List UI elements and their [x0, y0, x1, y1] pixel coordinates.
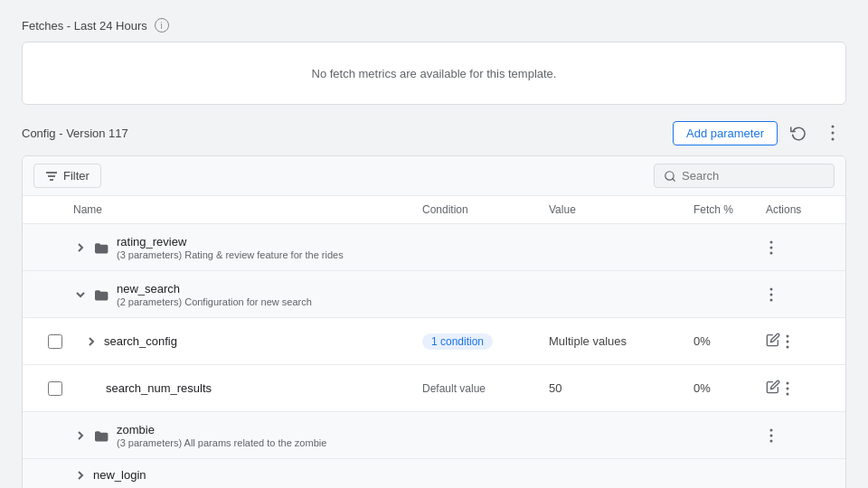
th-condition: Condition	[419, 202, 545, 218]
row-name-inner: new_search (2 parameters) Configuration …	[117, 282, 312, 307]
row-name-inner: search_num_results	[106, 381, 212, 395]
add-parameter-button[interactable]: Add parameter	[673, 121, 778, 145]
table-row: rating_review (3 parameters) Rating & re…	[23, 224, 845, 271]
filter-label: Filter	[63, 169, 90, 183]
row-name-cell: zombie (3 parameters) All params related…	[70, 416, 419, 455]
more-vert-icon	[769, 287, 773, 302]
table-column-headers: Name Condition Value Fetch % Actions	[23, 196, 845, 224]
row-actions-cell	[762, 278, 835, 311]
chevron-right-button[interactable]	[84, 334, 99, 349]
edit-icon[interactable]	[766, 333, 780, 351]
row-name-cell: new_login	[70, 461, 419, 489]
chevron-right-button[interactable]	[73, 240, 88, 255]
fetch-pct-value: 0%	[693, 381, 711, 395]
chevron-right-icon	[75, 242, 86, 253]
chevron-down-button[interactable]	[73, 287, 88, 302]
svg-point-14	[787, 334, 789, 337]
table-toolbar: Filter	[23, 156, 845, 196]
more-vert-icon	[769, 240, 773, 255]
search-input[interactable]	[682, 169, 825, 183]
table-row: search_config 1 condition Multiple value…	[23, 318, 845, 365]
row-name-inner: new_login	[93, 468, 146, 482]
row-condition-cell	[419, 428, 545, 443]
row-checkbox[interactable]	[48, 381, 62, 396]
svg-point-20	[770, 428, 773, 431]
chevron-right-button[interactable]	[73, 468, 88, 483]
row-actions-cell	[762, 419, 835, 452]
row-more-button[interactable]	[766, 239, 777, 257]
table-row: zombie (3 parameters) All params related…	[23, 412, 845, 459]
param-value: 50	[549, 381, 561, 395]
edit-icon[interactable]	[766, 380, 780, 398]
row-more-button[interactable]	[782, 333, 793, 351]
row-value-cell: 50	[545, 374, 690, 402]
row-value-cell	[545, 468, 690, 483]
filter-icon	[45, 171, 58, 182]
param-group-name: zombie	[117, 423, 326, 436]
svg-point-11	[770, 287, 773, 290]
th-fetch-pct: Fetch %	[690, 202, 762, 218]
chevron-right-button[interactable]	[73, 428, 88, 443]
param-group-name: new_search	[117, 282, 312, 296]
th-actions: Actions	[762, 202, 835, 218]
row-fetch-cell	[690, 287, 762, 302]
table-row: new_search (2 parameters) Configuration …	[23, 271, 845, 318]
fetches-header: Fetches - Last 24 Hours i	[22, 18, 846, 33]
row-fetch-cell: 0%	[690, 374, 762, 402]
param-group-name: rating_review	[117, 235, 344, 249]
row-fetch-cell	[690, 468, 762, 483]
svg-point-13	[770, 298, 773, 301]
chevron-right-icon	[75, 430, 86, 441]
svg-point-17	[787, 381, 789, 384]
svg-point-10	[770, 251, 773, 254]
search-icon	[664, 170, 676, 183]
filter-button[interactable]: Filter	[33, 164, 101, 188]
row-checkbox-cell[interactable]	[44, 374, 80, 403]
table-row: search_num_results Default value 50 0%	[23, 365, 845, 412]
row-value-cell	[545, 287, 690, 302]
svg-point-21	[770, 434, 773, 436]
fetches-info-icon[interactable]: i	[155, 18, 169, 33]
row-condition-cell	[419, 468, 545, 483]
row-more-button[interactable]	[766, 427, 777, 445]
row-actions-cell	[762, 468, 835, 483]
svg-point-18	[787, 387, 789, 389]
row-actions-cell	[762, 231, 835, 264]
row-value-cell	[545, 428, 690, 443]
row-fetch-cell	[690, 428, 762, 443]
row-name-inner: search_config	[104, 334, 177, 348]
param-group-name: new_login	[93, 468, 146, 482]
row-fetch-cell	[690, 240, 762, 255]
param-name: search_num_results	[106, 381, 212, 395]
svg-point-0	[832, 126, 835, 128]
history-button[interactable]	[785, 119, 812, 146]
svg-line-7	[673, 178, 675, 181]
more-options-button[interactable]	[819, 119, 846, 146]
row-checkbox-cell[interactable]	[44, 327, 80, 356]
svg-point-19	[787, 392, 789, 395]
row-checkbox-cell	[33, 428, 70, 443]
row-more-button[interactable]	[766, 286, 777, 304]
param-group-desc: (3 parameters) Rating & review feature f…	[117, 249, 344, 260]
row-name-cell: new_search (2 parameters) Configuration …	[70, 275, 419, 314]
more-vert-icon	[769, 428, 773, 443]
svg-point-2	[832, 138, 835, 141]
row-value-cell: Multiple values	[545, 327, 690, 355]
param-group-desc: (3 parameters) All params related to the…	[117, 437, 326, 448]
row-checkbox-cell	[33, 240, 70, 255]
table-row: new_login	[23, 459, 845, 488]
main-container: Fetches - Last 24 Hours i No fetch metri…	[0, 0, 868, 488]
more-vert-icon	[786, 334, 789, 349]
fetches-empty-message: No fetch metrics are available for this …	[312, 67, 557, 80]
chevron-right-icon	[75, 470, 86, 481]
parameters-table: Filter Name Condition Value Fetch % Acti…	[22, 155, 846, 488]
svg-point-22	[770, 439, 773, 442]
row-actions-cell	[762, 372, 835, 405]
row-name-cell: search_config	[80, 327, 419, 356]
row-condition-cell	[419, 287, 545, 302]
row-checkbox[interactable]	[48, 334, 62, 349]
param-name: search_config	[104, 334, 177, 348]
svg-point-1	[832, 132, 835, 135]
folder-icon	[93, 428, 111, 443]
row-more-button[interactable]	[782, 380, 793, 398]
